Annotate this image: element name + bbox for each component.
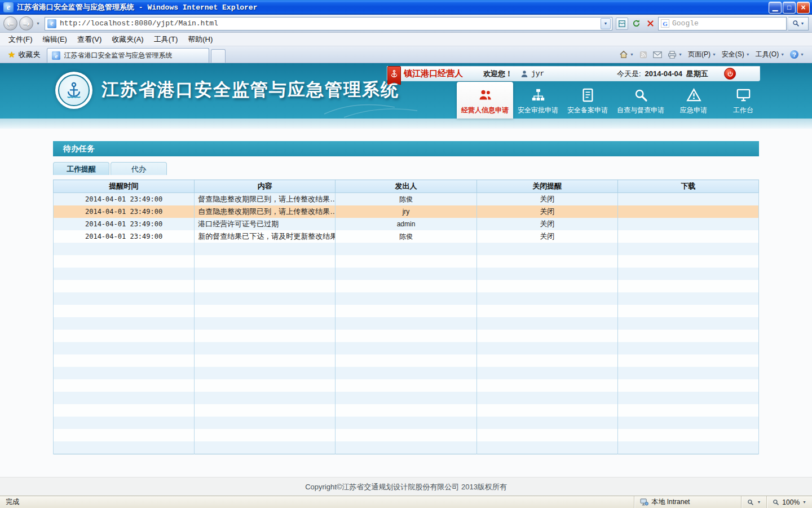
menu-edit[interactable]: 编辑(E) (38, 33, 72, 46)
date-value: 2014-04-04 (645, 69, 683, 78)
nav-safety-approval[interactable]: 安全审批申请 (513, 84, 563, 119)
new-tab-button[interactable] (211, 49, 226, 63)
home-dropdown[interactable]: ▼ (630, 52, 634, 56)
warning-icon (686, 87, 701, 103)
favorites-star-icon: ★ (8, 50, 15, 60)
page-menu-button[interactable]: 页面(P) ▼ (688, 50, 716, 59)
maximize-button[interactable]: □ (783, 2, 796, 14)
zoom-icon (773, 499, 779, 506)
close-cell[interactable]: 关闭 (476, 205, 617, 218)
user-icon (520, 70, 528, 78)
search-button[interactable]: ▼ (788, 17, 809, 30)
tools-menu-dropdown-icon: ▼ (780, 52, 784, 56)
username: jyr (531, 69, 544, 78)
download-cell (617, 205, 758, 218)
menu-file[interactable]: 文件(F) (3, 33, 38, 46)
close-cell[interactable]: 关闭 (476, 218, 617, 230)
logout-button[interactable] (724, 68, 736, 80)
col-header-time: 提醒时间 (54, 180, 195, 193)
tabs-bar: ★ 收藏夹 e 江苏省港口安全监管与应急管理系统 ▼ (0, 46, 812, 63)
close-cell[interactable]: 关闭 (476, 193, 617, 206)
favorites-button[interactable]: ★ 收藏夹 (3, 48, 45, 62)
download-cell (617, 193, 758, 206)
status-text: 完成 (0, 497, 634, 507)
home-button[interactable]: ▼ (619, 50, 634, 59)
main-content: 待办任务 工作提醒 代办 提醒时间 内容 发出人 关闭提醒 下载 2014-04… (0, 129, 812, 454)
nav-label: 经营人信息申请 (461, 106, 509, 115)
menu-bar: 文件(F) 编辑(E) 查看(V) 收藏夹(A) 工具(T) 帮助(H) (0, 33, 812, 46)
monitor-icon (736, 87, 751, 103)
security-zone: 本地 Intranet (634, 496, 741, 508)
help-button[interactable]: ? ▼ (790, 50, 804, 59)
nav-label: 自查与督查申请 (617, 106, 664, 115)
empty-row (54, 280, 759, 292)
command-bar: ▼ ▼ (619, 46, 809, 63)
browser-tab[interactable]: e 江苏省港口安全监管与应急管理系统 (47, 48, 209, 63)
web-page: 江苏省港口安全监管与应急管理系统 镇江港口经营人 欢迎您！ (0, 63, 812, 496)
col-header-close: 关闭提醒 (476, 180, 617, 193)
tab-favicon-icon: e (52, 51, 60, 60)
compatibility-view-button[interactable] (616, 17, 628, 30)
nav-workbench[interactable]: 工作台 (718, 84, 768, 119)
menu-favorites[interactable]: 收藏夹(A) (107, 33, 148, 46)
zoom-tools-button[interactable]: ▼ (741, 496, 766, 508)
content-cell: 港口经营许可证号已过期 (195, 218, 336, 230)
search-input[interactable]: G Google (658, 17, 787, 30)
search-icon (792, 20, 800, 27)
read-mail-button[interactable] (653, 51, 662, 58)
mail-icon (653, 51, 662, 58)
empty-row (54, 417, 759, 429)
nav-emergency[interactable]: 应急申请 (669, 84, 718, 119)
time-cell: 2014-04-01 23:49:00 (54, 230, 195, 243)
recent-pages-dropdown[interactable]: ▼ (35, 21, 41, 25)
feeds-icon (639, 51, 647, 59)
feeds-button[interactable] (639, 51, 647, 59)
magnifier-small-icon (747, 499, 754, 506)
search-placeholder[interactable]: Google (672, 19, 699, 28)
intranet-zone-icon (640, 498, 648, 506)
favorites-label: 收藏夹 (18, 50, 40, 60)
url-text[interactable]: http://localhost:8080/yjpt/Main.html (60, 19, 601, 28)
tasks-table: 提醒时间 内容 发出人 关闭提醒 下载 2014-04-01 23:49:00督… (53, 179, 759, 454)
refresh-button[interactable] (630, 17, 642, 30)
nav-inspection[interactable]: 自查与督查申请 (612, 84, 669, 119)
panel-title: 待办任务 (53, 141, 759, 156)
task-row: 2014-04-01 23:49:00督查隐患整改期限已到，请上传整改结果…陈俊… (54, 193, 759, 206)
menu-view[interactable]: 查看(V) (72, 33, 107, 46)
status-bar: 完成 本地 Intranet ▼ 100% ▼ (0, 496, 812, 508)
window-controls: ▁ □ × (769, 2, 810, 14)
nav-label: 工作台 (733, 106, 753, 115)
close-cell[interactable]: 关闭 (476, 230, 617, 243)
tab-work-reminders[interactable]: 工作提醒 (53, 162, 109, 175)
task-row: 2014-04-01 23:49:00港口经营许可证号已过期admin关闭 (54, 218, 759, 230)
print-button[interactable]: ▼ (668, 51, 682, 59)
address-input[interactable]: e http://localhost:8080/yjpt/Main.html ▼ (45, 17, 612, 30)
weekday-value: 星期五 (686, 69, 708, 79)
print-dropdown[interactable]: ▼ (678, 52, 682, 56)
zoom-value: 100% (782, 498, 800, 506)
forward-button[interactable]: → (19, 16, 33, 30)
menu-help[interactable]: 帮助(H) (183, 33, 218, 46)
menu-tools[interactable]: 工具(T) (149, 33, 183, 46)
search-dropdown[interactable]: ▼ (801, 21, 805, 25)
address-dropdown-button[interactable]: ▼ (601, 18, 611, 29)
tools-menu-button[interactable]: 工具(O) ▼ (756, 50, 784, 59)
nav-safety-record[interactable]: 安全备案申请 (563, 84, 612, 119)
empty-row (54, 379, 759, 392)
org-badge-label: 镇江港口经营人 (404, 68, 463, 79)
nav-operator-info[interactable]: 经营人信息申请 (457, 82, 513, 119)
back-button[interactable]: ← (3, 16, 17, 30)
zoom-level-button[interactable]: 100% ▼ (766, 496, 812, 508)
download-cell (617, 218, 758, 230)
minimize-button[interactable]: ▁ (769, 2, 782, 14)
empty-row (54, 404, 759, 417)
stop-button[interactable] (644, 17, 656, 30)
close-button[interactable]: × (797, 2, 810, 14)
safety-menu-button[interactable]: 安全(S) ▼ (722, 50, 750, 59)
site-header: 江苏省港口安全监管与应急管理系统 镇江港口经营人 欢迎您！ (0, 63, 812, 119)
safety-menu-label: 安全(S) (722, 50, 744, 59)
tab-pending[interactable]: 代办 (111, 162, 167, 175)
download-cell (617, 230, 758, 243)
empty-row (54, 392, 759, 404)
address-bar: ← → ▼ e http://localhost:8080/yjpt/Main.… (0, 15, 812, 33)
